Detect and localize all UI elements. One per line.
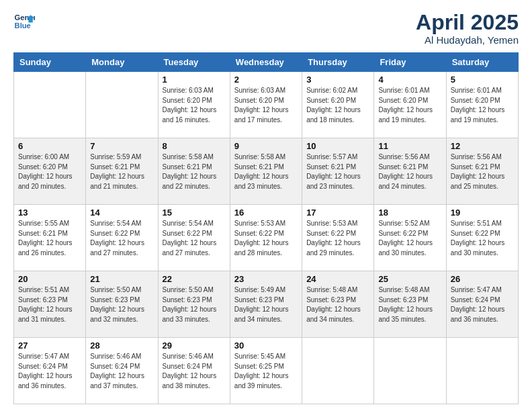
day-number: 15 <box>163 208 226 218</box>
sunrise-text: Sunrise: 5:45 AM <box>234 352 298 362</box>
day-number: 14 <box>90 208 153 218</box>
col-sunday: Sunday <box>14 53 86 72</box>
day-number: 6 <box>18 141 81 151</box>
calendar-cell <box>302 338 374 404</box>
daylight-text: Daylight: 12 hours and 23 minutes. <box>234 172 298 191</box>
daylight-text: Daylight: 12 hours and 16 minutes. <box>163 105 226 125</box>
sunrise-text: Sunrise: 5:50 AM <box>90 285 153 295</box>
calendar-row-2: 6Sunrise: 6:00 AMSunset: 6:20 PMDaylight… <box>14 138 519 205</box>
cell-info: Sunrise: 5:48 AMSunset: 6:23 PMDaylight:… <box>378 285 441 324</box>
calendar-cell: 7Sunrise: 5:59 AMSunset: 6:21 PMDaylight… <box>86 138 158 205</box>
daylight-text: Daylight: 12 hours and 36 minutes. <box>451 305 514 324</box>
logo-icon: General Blue <box>13 11 35 32</box>
sunrise-text: Sunrise: 5:58 AM <box>163 152 226 163</box>
sunrise-text: Sunrise: 5:56 AM <box>378 152 441 163</box>
day-number: 10 <box>306 141 369 151</box>
calendar-cell: 28Sunrise: 5:46 AMSunset: 6:24 PMDayligh… <box>86 338 158 404</box>
sunset-text: Sunset: 6:24 PM <box>18 362 81 372</box>
calendar-cell <box>86 72 158 138</box>
sunset-text: Sunset: 6:23 PM <box>163 295 226 306</box>
sunset-text: Sunset: 6:20 PM <box>306 96 369 106</box>
daylight-text: Daylight: 12 hours and 21 minutes. <box>90 172 153 191</box>
sunrise-text: Sunrise: 5:54 AM <box>90 219 153 229</box>
calendar-cell: 27Sunrise: 5:47 AMSunset: 6:24 PMDayligh… <box>14 338 86 404</box>
daylight-text: Daylight: 12 hours and 30 minutes. <box>451 238 514 258</box>
daylight-text: Daylight: 12 hours and 18 minutes. <box>306 105 369 125</box>
cell-info: Sunrise: 5:47 AMSunset: 6:24 PMDaylight:… <box>18 352 81 391</box>
cell-info: Sunrise: 5:59 AMSunset: 6:21 PMDaylight:… <box>90 152 153 191</box>
cell-info: Sunrise: 6:00 AMSunset: 6:20 PMDaylight:… <box>18 152 81 191</box>
sunset-text: Sunset: 6:23 PM <box>378 295 441 306</box>
cell-info: Sunrise: 5:47 AMSunset: 6:24 PMDaylight:… <box>451 285 514 324</box>
day-number: 5 <box>451 75 514 85</box>
sunrise-text: Sunrise: 6:01 AM <box>451 86 514 96</box>
sunrise-text: Sunrise: 5:47 AM <box>18 352 81 362</box>
sunset-text: Sunset: 6:22 PM <box>234 229 298 239</box>
sunrise-text: Sunrise: 6:03 AM <box>163 86 226 96</box>
sunrise-text: Sunrise: 5:49 AM <box>234 285 298 295</box>
daylight-text: Daylight: 12 hours and 26 minutes. <box>18 238 81 258</box>
sunset-text: Sunset: 6:21 PM <box>90 163 153 173</box>
col-thursday: Thursday <box>302 53 374 72</box>
calendar-row-5: 27Sunrise: 5:47 AMSunset: 6:24 PMDayligh… <box>14 338 519 404</box>
cell-info: Sunrise: 5:55 AMSunset: 6:21 PMDaylight:… <box>18 219 81 258</box>
daylight-text: Daylight: 12 hours and 20 minutes. <box>18 172 81 191</box>
sunrise-text: Sunrise: 5:48 AM <box>306 285 369 295</box>
calendar-cell: 20Sunrise: 5:51 AMSunset: 6:23 PMDayligh… <box>14 271 86 338</box>
sunset-text: Sunset: 6:20 PM <box>378 96 441 106</box>
daylight-text: Daylight: 12 hours and 19 minutes. <box>378 105 441 125</box>
cell-info: Sunrise: 6:01 AMSunset: 6:20 PMDaylight:… <box>378 86 441 125</box>
cell-info: Sunrise: 5:54 AMSunset: 6:22 PMDaylight:… <box>90 219 153 258</box>
day-number: 24 <box>306 274 369 284</box>
day-number: 23 <box>234 274 298 284</box>
sunset-text: Sunset: 6:22 PM <box>163 229 226 239</box>
sunrise-text: Sunrise: 5:46 AM <box>163 352 226 362</box>
daylight-text: Daylight: 12 hours and 34 minutes. <box>306 305 369 324</box>
sunrise-text: Sunrise: 5:51 AM <box>18 285 81 295</box>
calendar-row-1: 1Sunrise: 6:03 AMSunset: 6:20 PMDaylight… <box>14 72 519 138</box>
calendar-cell: 9Sunrise: 5:58 AMSunset: 6:21 PMDaylight… <box>230 138 302 205</box>
calendar-body: 1Sunrise: 6:03 AMSunset: 6:20 PMDaylight… <box>14 72 519 404</box>
sunrise-text: Sunrise: 5:46 AM <box>90 352 153 362</box>
daylight-text: Daylight: 12 hours and 32 minutes. <box>90 305 153 324</box>
calendar-cell <box>446 338 518 404</box>
sunset-text: Sunset: 6:24 PM <box>163 362 226 372</box>
sunset-text: Sunset: 6:20 PM <box>451 96 514 106</box>
daylight-text: Daylight: 12 hours and 17 minutes. <box>234 105 298 125</box>
sunrise-text: Sunrise: 5:57 AM <box>306 152 369 163</box>
cell-info: Sunrise: 5:48 AMSunset: 6:23 PMDaylight:… <box>306 285 369 324</box>
daylight-text: Daylight: 12 hours and 27 minutes. <box>90 238 153 258</box>
calendar-row-4: 20Sunrise: 5:51 AMSunset: 6:23 PMDayligh… <box>14 271 519 338</box>
calendar-cell: 26Sunrise: 5:47 AMSunset: 6:24 PMDayligh… <box>446 271 518 338</box>
cell-info: Sunrise: 5:53 AMSunset: 6:22 PMDaylight:… <box>234 219 298 258</box>
calendar-cell: 17Sunrise: 5:53 AMSunset: 6:22 PMDayligh… <box>302 205 374 271</box>
calendar-subtitle: Al Hudaydah, Yemen <box>416 34 519 46</box>
sunset-text: Sunset: 6:23 PM <box>18 295 81 306</box>
day-number: 20 <box>18 274 81 284</box>
day-number: 4 <box>378 75 441 85</box>
sunset-text: Sunset: 6:21 PM <box>451 163 514 173</box>
calendar-cell: 29Sunrise: 5:46 AMSunset: 6:24 PMDayligh… <box>158 338 230 404</box>
calendar-cell: 18Sunrise: 5:52 AMSunset: 6:22 PMDayligh… <box>374 205 446 271</box>
daylight-text: Daylight: 12 hours and 19 minutes. <box>451 105 514 125</box>
daylight-text: Daylight: 12 hours and 30 minutes. <box>378 238 441 258</box>
cell-info: Sunrise: 5:58 AMSunset: 6:21 PMDaylight:… <box>234 152 298 191</box>
cell-info: Sunrise: 5:46 AMSunset: 6:24 PMDaylight:… <box>90 352 153 391</box>
daylight-text: Daylight: 12 hours and 34 minutes. <box>234 305 298 324</box>
sunrise-text: Sunrise: 5:53 AM <box>234 219 298 229</box>
sunset-text: Sunset: 6:21 PM <box>163 163 226 173</box>
day-number: 3 <box>306 75 369 85</box>
calendar-cell: 14Sunrise: 5:54 AMSunset: 6:22 PMDayligh… <box>86 205 158 271</box>
sunrise-text: Sunrise: 5:56 AM <box>451 152 514 163</box>
daylight-text: Daylight: 12 hours and 22 minutes. <box>163 172 226 191</box>
col-tuesday: Tuesday <box>158 53 230 72</box>
cell-info: Sunrise: 6:02 AMSunset: 6:20 PMDaylight:… <box>306 86 369 125</box>
calendar-row-3: 13Sunrise: 5:55 AMSunset: 6:21 PMDayligh… <box>14 205 519 271</box>
sunset-text: Sunset: 6:23 PM <box>234 295 298 306</box>
daylight-text: Daylight: 12 hours and 24 minutes. <box>378 172 441 191</box>
day-number: 9 <box>234 141 298 151</box>
sunset-text: Sunset: 6:20 PM <box>234 96 298 106</box>
calendar-cell: 24Sunrise: 5:48 AMSunset: 6:23 PMDayligh… <box>302 271 374 338</box>
cell-info: Sunrise: 6:03 AMSunset: 6:20 PMDaylight:… <box>234 86 298 125</box>
calendar-cell <box>14 72 86 138</box>
